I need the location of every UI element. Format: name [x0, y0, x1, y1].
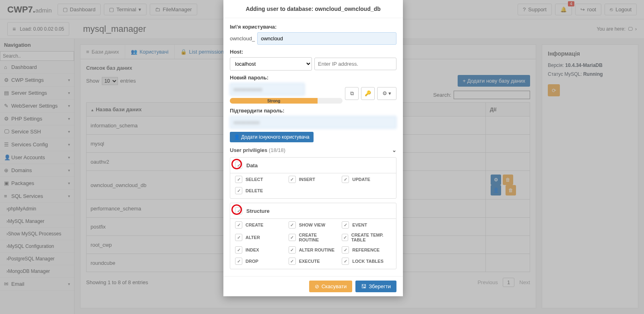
users-icon: 👥 [131, 49, 137, 55]
nav-header: Navigation [0, 39, 74, 51]
priv-checkbox[interactable]: ✓SELECT [235, 176, 285, 183]
save-button[interactable]: 🖫 Зберегти [355, 281, 396, 292]
priv-checkbox[interactable]: ✓DROP [235, 258, 285, 265]
monitor-icon: 🖵 [4, 129, 11, 135]
gear-icon: ⚙ [4, 77, 11, 83]
priv-checkbox[interactable]: ✓DELETE [235, 187, 285, 194]
cancel-button[interactable]: ⊘ Скасувати [309, 281, 353, 292]
priv-checkbox[interactable]: ✓INDEX [235, 246, 285, 254]
nav-domains[interactable]: ⊕Domains▾ [0, 164, 74, 177]
globe-icon: ⊕ [4, 167, 11, 173]
username-label: Ім\'я користувача: [230, 24, 396, 30]
nav-ssh[interactable]: 🖵Service SSH▾ [0, 125, 74, 138]
info-title: Інформація [548, 50, 632, 57]
priv-checkbox[interactable]: ✓CREATE ROUTINE [289, 233, 338, 242]
monitor-icon: 🖵 [628, 26, 633, 32]
priv-checkbox[interactable]: ✓CREATE TEMP. TABLE [342, 233, 391, 242]
mail-icon: ✉ [4, 281, 11, 287]
home-icon: ⌂ [4, 64, 11, 70]
username-prefix: owncloud_ [230, 35, 255, 42]
lock-icon: 🔒 [180, 49, 187, 55]
ip-input[interactable] [314, 58, 396, 70]
nav-users[interactable]: 👤User Accounts▾ [0, 151, 74, 164]
refresh-button[interactable]: ⟳ [548, 84, 560, 96]
dashboard-button[interactable]: ▢ Dashboard [58, 4, 101, 15]
sidebar: Navigation ⌂Dashboard ⚙CWP Settings▾ ▤Se… [0, 39, 74, 314]
structure-all-checkbox[interactable]: ✓ [235, 207, 242, 214]
page-title: mysql_manager [83, 24, 146, 34]
user-icon: 👤 [4, 154, 11, 160]
root-button[interactable]: ↪ root [575, 4, 601, 15]
priv-checkbox[interactable]: ✓LOCK TABLES [342, 258, 391, 265]
database-icon: ≡ [12, 26, 16, 32]
privileges-header[interactable]: User priviligies (18/18) ⌄ [230, 147, 396, 153]
host-label: Host: [230, 49, 396, 55]
cogs-icon: ⚙ [4, 116, 11, 122]
package-icon: ▣ [4, 180, 11, 186]
nav-mysql-manager[interactable]: › MySQL Manager [0, 215, 74, 228]
page-current: 1 [503, 278, 514, 287]
next-button[interactable]: Next [519, 279, 530, 285]
table-search-input[interactable] [454, 91, 530, 99]
username-input[interactable] [257, 32, 396, 45]
nav-mysql-conf[interactable]: › MySQL Configuration [0, 240, 74, 253]
add-existing-user-button[interactable]: 👤 Додати існуючого користувача [230, 132, 314, 142]
trash-action[interactable]: 🗑 [506, 185, 516, 195]
priv-checkbox[interactable]: ✓EXECUTE [289, 258, 338, 265]
support-button[interactable]: ? Support [518, 4, 552, 15]
logout-button[interactable]: ⎋ Logout [605, 4, 637, 15]
user-action[interactable]: 👤 [491, 185, 501, 195]
show-entries: Show 10 entries [86, 77, 136, 85]
nav-mongodb[interactable]: › MongoDB Manager [0, 265, 74, 278]
nav-mysql-procs[interactable]: › Show MySQL Processes [0, 228, 74, 240]
priv-checkbox[interactable]: ✓INSERT [289, 176, 338, 183]
priv-checkbox[interactable]: ✓EVENT [342, 221, 391, 229]
password-label: Новий пароль: [230, 75, 396, 81]
nav-packages[interactable]: ▣Packages▾ [0, 177, 74, 190]
priv-checkbox[interactable]: ✓CREATE [235, 221, 285, 229]
nav-dashboard[interactable]: ⌂Dashboard [0, 61, 74, 74]
delete-action[interactable]: 🗑 [503, 175, 513, 185]
notif-badge: 4 [568, 1, 574, 6]
brand: CWP7.admin [7, 4, 52, 15]
list-icon: ☰ [4, 141, 11, 148]
nav-email[interactable]: ✉Email▾ [0, 278, 74, 291]
nav-postgresql[interactable]: › PostgreSQL Manager [0, 253, 74, 265]
priv-checkbox[interactable]: ✓SHOW VIEW [289, 221, 338, 229]
search-input[interactable] [0, 51, 74, 61]
nav-webserver[interactable]: ✎WebServer Settings▾ [0, 100, 74, 112]
tab-users[interactable]: 👥Користувачі [125, 45, 175, 59]
col-actions: Дії [486, 103, 530, 116]
prev-button[interactable]: Previous [477, 279, 498, 285]
copy-button[interactable]: ⧉ [345, 87, 359, 100]
strength-bar: Strong [230, 98, 343, 104]
confirm-label: Підтвердити пароль: [230, 108, 396, 114]
database-icon: ≡ [4, 193, 11, 199]
nav-phpmyadmin[interactable]: › phpMyAdmin [0, 203, 74, 215]
terminal-button[interactable]: ▢ Terminal ▾ [104, 4, 147, 15]
key-button[interactable]: 🔑 [361, 87, 375, 100]
password-input[interactable] [230, 83, 305, 96]
priv-checkbox[interactable]: ✓ALTER ROUTINE [289, 246, 338, 254]
nav-sql[interactable]: ≡SQL Services▾ [0, 190, 74, 203]
confirm-input[interactable] [230, 116, 396, 129]
tab-databases[interactable]: ≡Бази даних [80, 45, 125, 59]
settings-action[interactable]: ⚙ [491, 175, 501, 185]
nav-php[interactable]: ⚙PHP Settings▾ [0, 112, 74, 125]
filemanager-button[interactable]: 🗀 FileManager [150, 4, 197, 15]
entries-select[interactable]: 10 [102, 77, 118, 85]
priv-checkbox[interactable]: ✓UPDATE [342, 176, 391, 183]
version-line: Версія: 10.4.34-MariaDB [548, 62, 632, 68]
modal-title: Adding user to database: owncloud_ownclo… [223, 0, 403, 18]
database-icon: ≡ [86, 49, 89, 55]
add-database-button[interactable]: + Додати нову базу даних [458, 75, 530, 87]
priv-checkbox[interactable]: ✓REFERENCE [342, 246, 391, 254]
data-privileges: ✓Data ✓SELECT✓INSERT✓UPDATE✓DELETE [230, 157, 396, 199]
nav-services[interactable]: ☰Services Config▾ [0, 138, 74, 151]
host-select[interactable]: localhost [230, 57, 312, 71]
priv-checkbox[interactable]: ✓ALTER [235, 233, 285, 242]
data-all-checkbox[interactable]: ✓ [235, 162, 242, 169]
nav-server[interactable]: ▤Server Settings▾ [0, 87, 74, 100]
nav-cwp[interactable]: ⚙CWP Settings▾ [0, 74, 74, 87]
gear-button[interactable]: ⚙ ▾ [377, 87, 396, 100]
